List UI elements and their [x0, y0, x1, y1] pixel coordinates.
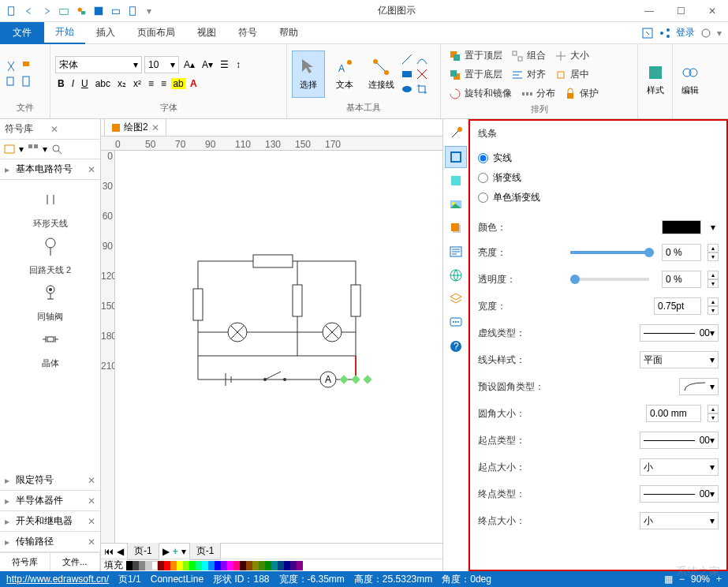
- rect-icon[interactable]: [401, 68, 413, 80]
- copy-icon[interactable]: [5, 75, 17, 88]
- corner-combo[interactable]: ▾: [679, 378, 719, 395]
- edit-button[interactable]: 编辑: [678, 56, 703, 103]
- file-menu[interactable]: 文件: [0, 22, 44, 44]
- zoom-out-icon[interactable]: −: [679, 574, 685, 585]
- radio-mono-gradient[interactable]: 单色渐变线: [478, 188, 719, 208]
- cap-combo[interactable]: 平面▾: [640, 351, 719, 368]
- page-tab-2[interactable]: 页-1: [189, 542, 222, 560]
- side-image-icon[interactable]: [445, 193, 467, 215]
- highlight-icon[interactable]: ab: [171, 78, 185, 89]
- radius-value[interactable]: 0.00 mm: [646, 405, 701, 422]
- superscript-button[interactable]: x²: [131, 76, 144, 92]
- line-spacing-icon[interactable]: ↕: [233, 57, 243, 73]
- tab-symbol[interactable]: 符号: [227, 22, 268, 44]
- search-icon[interactable]: [50, 143, 63, 155]
- brightness-value[interactable]: 0 %: [662, 244, 701, 261]
- qat-save[interactable]: [91, 4, 106, 18]
- side-layers-icon[interactable]: [445, 288, 467, 310]
- radio-gradient[interactable]: 渐变线: [478, 168, 719, 188]
- lib-tab-symbols[interactable]: 符号库: [0, 553, 50, 571]
- close-button[interactable]: ✕: [696, 0, 728, 22]
- tab-insert[interactable]: 插入: [85, 22, 126, 44]
- arc-icon[interactable]: [416, 53, 428, 65]
- bold-button[interactable]: B: [55, 76, 67, 92]
- underline-button[interactable]: U: [79, 76, 91, 92]
- send-back-button[interactable]: 置于底层: [446, 66, 506, 83]
- lib-item-loop-antenna[interactable]: [3, 183, 97, 216]
- status-url[interactable]: http://www.edrawsoft.cn/: [6, 574, 109, 585]
- minimize-button[interactable]: —: [633, 0, 665, 22]
- add-page-icon[interactable]: +: [173, 546, 178, 557]
- brightness-slider[interactable]: [570, 251, 650, 254]
- lib-list-icon[interactable]: [3, 143, 16, 155]
- gear-icon[interactable]: [700, 27, 712, 39]
- side-fill-icon[interactable]: [445, 170, 467, 192]
- crop-icon[interactable]: [416, 83, 428, 95]
- paste-icon[interactable]: [20, 75, 32, 88]
- page-tab-1[interactable]: 页-1: [127, 542, 159, 560]
- lib-section-transmission[interactable]: ▸传输路径✕: [0, 532, 100, 552]
- tab-start[interactable]: 开始: [44, 22, 85, 44]
- color-palette[interactable]: 填充: [101, 559, 442, 571]
- side-line-icon[interactable]: [445, 146, 467, 168]
- select-tool[interactable]: 选择: [292, 50, 325, 98]
- lib-item-loop-antenna-2[interactable]: [3, 230, 97, 263]
- view-mode-icon[interactable]: ▦: [664, 574, 673, 585]
- center-button[interactable]: 居中: [551, 66, 592, 83]
- italic-button[interactable]: I: [69, 76, 77, 92]
- format-painter-icon[interactable]: [20, 60, 32, 73]
- side-shadow-icon[interactable]: [445, 217, 467, 239]
- dash-combo[interactable]: 00▾: [640, 324, 719, 342]
- list-icon[interactable]: ≡: [159, 76, 169, 92]
- end-size-combo[interactable]: 小▾: [640, 512, 719, 529]
- strike-button[interactable]: abc: [93, 76, 113, 92]
- expand-icon[interactable]: [641, 27, 654, 39]
- page-menu-icon[interactable]: ▾: [181, 546, 186, 557]
- start-type-combo[interactable]: 00▾: [640, 432, 719, 449]
- font-size-combo[interactable]: 10▾: [144, 56, 179, 73]
- prev-page-icon[interactable]: ◀: [117, 546, 124, 557]
- lib-tab-files[interactable]: 文件...: [50, 553, 101, 571]
- lib-section-switch[interactable]: ▸开关和继电器✕: [0, 511, 100, 532]
- subscript-button[interactable]: x₂: [115, 76, 129, 92]
- tab-view[interactable]: 视图: [186, 22, 227, 44]
- radio-solid[interactable]: 实线: [478, 148, 719, 168]
- tab-layout[interactable]: 页面布局: [126, 22, 186, 44]
- login-link[interactable]: 登录: [676, 26, 695, 39]
- opacity-slider[interactable]: [570, 278, 650, 281]
- side-text-icon[interactable]: [445, 241, 467, 263]
- bullets-icon[interactable]: ☰: [218, 57, 231, 73]
- bring-front-button[interactable]: 置于顶层: [446, 47, 506, 64]
- color-picker[interactable]: [662, 220, 701, 234]
- decrease-font-icon[interactable]: A▾: [200, 57, 215, 73]
- rotate-button[interactable]: 旋转和镜像: [446, 85, 515, 102]
- size-button[interactable]: 大小: [551, 47, 592, 64]
- side-globe-icon[interactable]: [445, 264, 467, 286]
- delete-icon[interactable]: [416, 68, 428, 80]
- end-type-combo[interactable]: 00▾: [640, 485, 719, 503]
- first-page-icon[interactable]: ⏮: [104, 546, 114, 557]
- zoom-in-icon[interactable]: +: [716, 574, 722, 585]
- increase-font-icon[interactable]: A▴: [181, 57, 197, 73]
- qat-export[interactable]: [126, 4, 140, 18]
- distribute-button[interactable]: 分布: [517, 85, 558, 102]
- connector-tool[interactable]: 连接线: [364, 50, 398, 98]
- side-comment-icon[interactable]: [445, 312, 467, 334]
- font-family-combo[interactable]: 宋体▾: [55, 56, 142, 73]
- canvas[interactable]: A: [115, 151, 442, 543]
- style-button[interactable]: 样式: [643, 56, 667, 103]
- lib-item-coax[interactable]: [3, 276, 97, 309]
- document-tab[interactable]: 绘图2 ✕: [104, 118, 166, 136]
- lib-item-crystal[interactable]: [3, 323, 97, 356]
- lib-section-qualifier[interactable]: ▸限定符号✕: [0, 470, 100, 491]
- qat-undo[interactable]: [22, 4, 36, 18]
- group-button[interactable]: 组合: [508, 47, 549, 64]
- qat-shapes[interactable]: [74, 4, 88, 18]
- ellipse-icon[interactable]: [401, 83, 413, 95]
- close-icon[interactable]: ✕: [50, 124, 96, 135]
- lib-section-basic[interactable]: ▸基本电路符号✕: [0, 159, 100, 180]
- lib-grid-icon[interactable]: [27, 143, 39, 155]
- maximize-button[interactable]: ☐: [665, 0, 696, 22]
- next-page-icon[interactable]: ▶: [162, 546, 170, 557]
- indent-icon[interactable]: ≡: [146, 76, 156, 92]
